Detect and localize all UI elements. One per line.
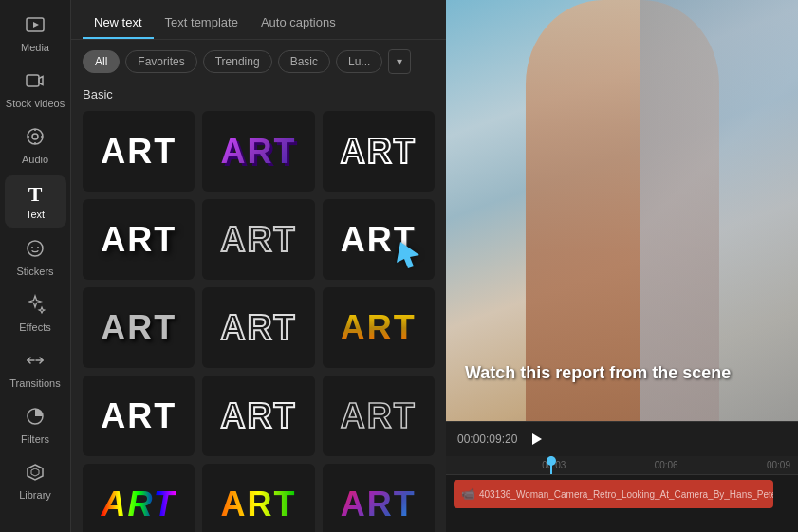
- art-content: Basic ART ART ART ART ART ART: [71, 83, 446, 532]
- art-card-8[interactable]: ART: [202, 287, 314, 368]
- filter-all[interactable]: All: [83, 50, 120, 73]
- stock-videos-icon: [25, 70, 46, 94]
- art-card-5[interactable]: ART: [202, 199, 314, 280]
- play-button[interactable]: [525, 428, 547, 450]
- sidebar-item-filters[interactable]: Filters: [5, 399, 66, 451]
- svg-marker-9: [28, 465, 43, 480]
- svg-point-5: [28, 241, 43, 256]
- art-card-11[interactable]: ART: [202, 376, 314, 456]
- sidebar-item-effects[interactable]: Effects: [5, 287, 66, 339]
- art-text-8: ART: [220, 308, 296, 348]
- clip-label: 403136_Woman_Camera_Retro_Looking_At_Cam…: [479, 489, 773, 500]
- effects-icon: [25, 294, 46, 318]
- sidebar-item-audio[interactable]: Audio: [5, 119, 66, 172]
- filter-favorites[interactable]: Favorites: [125, 50, 196, 73]
- sidebar-item-stock-videos[interactable]: Stock videos: [5, 64, 66, 116]
- svg-point-3: [28, 129, 43, 144]
- svg-marker-1: [33, 22, 39, 28]
- art-text-13: ART: [101, 485, 176, 524]
- art-card-14[interactable]: ART: [202, 464, 314, 532]
- timeline-controls: 00:00:09:20: [446, 421, 798, 456]
- chevron-down-icon: ▾: [397, 55, 402, 68]
- svg-point-6: [31, 247, 33, 248]
- sidebar-item-filters-label: Filters: [21, 433, 49, 445]
- timeline-track: 📹 403136_Woman_Camera_Retro_Looking_At_C…: [454, 480, 790, 508]
- art-card-2[interactable]: ART: [202, 111, 314, 192]
- audio-icon: [25, 126, 46, 150]
- sidebar-item-stickers[interactable]: Stickers: [5, 231, 66, 284]
- art-text-2: ART: [220, 132, 296, 172]
- art-card-9[interactable]: ART: [323, 287, 435, 368]
- art-text-1: ART: [101, 132, 176, 172]
- filter-basic[interactable]: Basic: [278, 50, 330, 73]
- art-text-12: ART: [341, 396, 417, 436]
- library-icon: [25, 462, 46, 486]
- art-text-10: ART: [101, 396, 176, 436]
- svg-marker-12: [532, 433, 542, 445]
- filters-icon: [25, 406, 46, 430]
- sidebar-item-stock-videos-label: Stock videos: [6, 98, 65, 109]
- art-card-12[interactable]: ART: [323, 376, 435, 456]
- tab-text-template[interactable]: Text template: [154, 8, 250, 39]
- art-text-9: ART: [341, 308, 417, 348]
- ruler-marks: 00:03 00:06 00:09: [446, 460, 798, 470]
- ruler-mark-3: 00:09: [767, 460, 790, 470]
- filter-luxury[interactable]: Lu...: [336, 50, 382, 73]
- filter-trending[interactable]: Trending: [203, 50, 272, 73]
- svg-rect-2: [27, 75, 39, 86]
- video-overlay-text: Watch this report from the scene: [465, 363, 798, 383]
- sidebar-item-library[interactable]: Library: [5, 455, 66, 507]
- art-card-1[interactable]: ART: [83, 111, 195, 192]
- text-icon: T: [28, 184, 43, 205]
- sidebar-item-effects-label: Effects: [19, 321, 50, 333]
- svg-point-4: [32, 134, 38, 139]
- sidebar-item-media[interactable]: Media: [5, 8, 66, 60]
- art-text-14: ART: [220, 485, 296, 524]
- time-display: 00:00:09:20: [457, 432, 517, 446]
- sidebar-item-text-label: Text: [26, 209, 45, 220]
- text-panel: New text Text template Auto captions All…: [71, 0, 446, 532]
- sidebar-item-audio-label: Audio: [22, 154, 48, 165]
- clip-icon: 📹: [461, 487, 475, 501]
- section-label: Basic: [83, 87, 435, 101]
- sidebar: Media Stock videos Audio T Text: [0, 0, 71, 532]
- art-text-6: ART: [341, 220, 417, 260]
- ruler-mark-2: 00:06: [655, 460, 678, 470]
- media-icon: [25, 14, 46, 38]
- timeline-area: 00:03 00:06 00:09 📹 403136_Woman_Camera_…: [446, 456, 798, 532]
- art-text-7: ART: [101, 308, 176, 348]
- art-card-7[interactable]: ART: [83, 287, 195, 368]
- tab-auto-captions[interactable]: Auto captions: [250, 8, 347, 39]
- transitions-icon: [25, 350, 46, 374]
- sidebar-item-text[interactable]: T Text: [5, 175, 66, 228]
- art-text-15: ART: [341, 485, 417, 524]
- sidebar-item-transitions[interactable]: Transitions: [5, 343, 66, 395]
- video-preview: Watch this report from the scene: [446, 0, 798, 421]
- track-clip[interactable]: 📹 403136_Woman_Camera_Retro_Looking_At_C…: [454, 480, 773, 508]
- filter-bar: All Favorites Trending Basic Lu... ▾: [71, 40, 446, 83]
- preview-panel: Watch this report from the scene 00:00:0…: [446, 0, 798, 532]
- art-card-15[interactable]: ART: [323, 464, 435, 532]
- sidebar-item-stickers-label: Stickers: [16, 266, 53, 277]
- art-grid: ART ART ART ART ART ART: [83, 111, 435, 532]
- sidebar-item-media-label: Media: [21, 42, 49, 53]
- stickers-icon: [25, 238, 46, 262]
- timeline-playhead[interactable]: [550, 456, 552, 474]
- svg-point-7: [37, 247, 39, 248]
- svg-marker-10: [31, 468, 39, 476]
- tab-new-text[interactable]: New text: [83, 8, 154, 39]
- art-text-4: ART: [101, 220, 176, 260]
- art-text-5: ART: [220, 220, 296, 260]
- art-card-13[interactable]: ART: [83, 464, 195, 532]
- filter-more-button[interactable]: ▾: [388, 49, 411, 74]
- sidebar-item-library-label: Library: [19, 489, 51, 501]
- sidebar-item-transitions-label: Transitions: [9, 377, 60, 389]
- art-card-4[interactable]: ART: [83, 199, 195, 280]
- art-card-10[interactable]: ART: [83, 376, 195, 456]
- tab-bar: New text Text template Auto captions: [71, 0, 446, 40]
- art-card-6[interactable]: ART: [323, 199, 435, 280]
- timeline-ruler: 00:03 00:06 00:09: [446, 456, 798, 475]
- art-card-3[interactable]: ART: [323, 111, 435, 192]
- art-text-3: ART: [341, 132, 417, 172]
- art-text-11: ART: [220, 396, 296, 436]
